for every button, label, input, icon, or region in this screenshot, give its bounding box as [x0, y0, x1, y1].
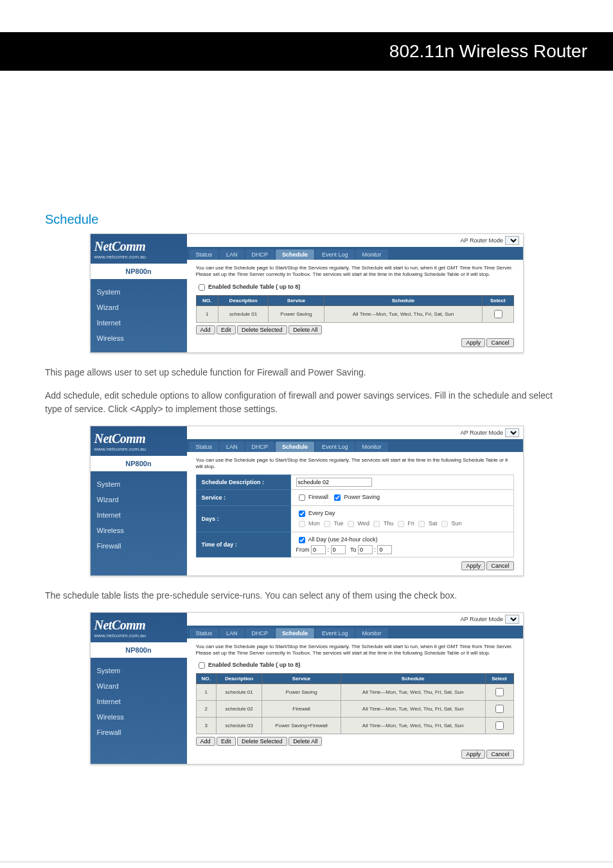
row-select-checkbox[interactable] — [494, 310, 502, 318]
form-service-label: Service : — [196, 489, 290, 505]
section-title: Schedule — [45, 212, 568, 227]
mon-checkbox[interactable] — [299, 521, 305, 527]
sidebar-item-system[interactable]: System — [91, 663, 187, 678]
wed-checkbox[interactable] — [348, 521, 354, 527]
sidebar-item-internet[interactable]: Internet — [91, 315, 187, 330]
intro-text: You can use the Schedule page to Start/S… — [196, 265, 514, 278]
router-url: www.netcomm.com.au — [94, 254, 183, 260]
power-saving-checkbox[interactable] — [334, 494, 341, 501]
add-button[interactable]: Add — [196, 325, 215, 334]
apply-button[interactable]: Apply — [461, 338, 485, 347]
tab-lan[interactable]: LAN — [220, 249, 244, 260]
edit-button[interactable]: Edit — [217, 325, 236, 334]
mode-select[interactable] — [505, 615, 519, 624]
to-hour-input[interactable] — [358, 545, 373, 554]
add-button[interactable]: Add — [196, 737, 215, 746]
table-row: 1 schedule 01 Power Saving All Time---Mo… — [196, 305, 513, 322]
thu-checkbox[interactable] — [373, 521, 380, 527]
page-footer: YML800NX www.netcomm.com.au Powern User … — [0, 862, 613, 868]
sun-checkbox[interactable] — [441, 521, 448, 527]
router-sidebar: NetComm www.netcomm.com.au NP800n System… — [91, 613, 187, 764]
cancel-button[interactable]: Cancel — [486, 338, 513, 347]
sidebar-item-wizard[interactable]: Wizard — [91, 492, 187, 507]
tab-eventlog[interactable]: Event Log — [315, 442, 355, 452]
enable-schedule-checkbox[interactable] — [199, 284, 205, 291]
sidebar-item-internet[interactable]: Internet — [91, 507, 187, 523]
sidebar-item-system[interactable]: System — [91, 284, 187, 300]
tab-eventlog[interactable]: Event Log — [315, 628, 355, 638]
apply-button[interactable]: Apply — [461, 561, 485, 570]
tab-lan[interactable]: LAN — [220, 628, 244, 638]
router-screenshot-2: NetComm www.netcomm.com.au NP800n System… — [90, 426, 524, 576]
sidebar-item-wireless[interactable]: Wireless — [91, 709, 187, 725]
mode-label: AP Router Mode — [461, 237, 503, 244]
delete-selected-button[interactable]: Delete Selected — [237, 325, 287, 334]
tab-lan[interactable]: LAN — [220, 442, 244, 452]
router-logo: NetComm — [94, 239, 183, 254]
schedule-table: NO. Description Service Schedule Select … — [196, 295, 514, 323]
row-select-checkbox[interactable] — [495, 705, 504, 713]
cancel-button[interactable]: Cancel — [486, 750, 513, 759]
to-min-input[interactable] — [377, 545, 392, 554]
sidebar-item-wizard[interactable]: Wizard — [91, 678, 187, 694]
enable-schedule-label: Enabled Schedule Table ( up to 8) — [208, 284, 300, 290]
tab-row: Status LAN DHCP Schedule Event Log Monit… — [187, 247, 523, 260]
router-sidebar: NetComm www.netcomm.com.au NP800n System… — [91, 426, 187, 575]
firewall-checkbox[interactable] — [299, 494, 305, 501]
delete-all-button[interactable]: Delete All — [289, 737, 322, 746]
document-header: 802.11n Wireless Router — [0, 32, 613, 71]
sidebar-item-system[interactable]: System — [91, 476, 187, 492]
router-url: www.netcomm.com.au — [94, 446, 183, 452]
tab-dhcp[interactable]: DHCP — [245, 442, 275, 452]
tab-status[interactable]: Status — [190, 442, 219, 452]
col-desc: Description — [218, 295, 268, 305]
col-no: NO. — [196, 295, 218, 305]
table-row: 3 schedule 03 Power Saving+Firewall All … — [196, 718, 513, 734]
sidebar-item-wizard[interactable]: Wizard — [91, 300, 187, 315]
every-day-checkbox[interactable] — [299, 511, 305, 517]
sidebar-item-firewall[interactable]: Firewall — [91, 538, 187, 554]
from-hour-input[interactable] — [311, 545, 326, 554]
delete-selected-button[interactable]: Delete Selected — [237, 737, 287, 746]
schedule-description-input[interactable] — [296, 478, 372, 487]
delete-all-button[interactable]: Delete All — [289, 325, 322, 334]
cancel-button[interactable]: Cancel — [486, 561, 513, 570]
form-desc-label: Schedule Description : — [196, 475, 290, 489]
tab-schedule[interactable]: Schedule — [276, 628, 314, 638]
table-row: 1 schedule 01 Power Saving All Time---Mo… — [196, 684, 513, 701]
tab-status[interactable]: Status — [190, 249, 219, 260]
enable-schedule-label: Enabled Schedule Table ( up to 8) — [208, 662, 300, 669]
apply-button[interactable]: Apply — [461, 750, 485, 759]
paragraph-2: Add schedule, edit schedule options to a… — [45, 389, 568, 416]
fri-checkbox[interactable] — [398, 521, 404, 527]
tab-schedule[interactable]: Schedule — [276, 442, 314, 452]
router-model: NP800n — [91, 642, 187, 658]
all-day-checkbox[interactable] — [299, 537, 305, 543]
router-model: NP800n — [91, 264, 187, 279]
tab-monitor[interactable]: Monitor — [356, 628, 388, 638]
mode-label: AP Router Mode — [461, 429, 503, 436]
row-select-checkbox[interactable] — [495, 688, 504, 696]
row-select-checkbox[interactable] — [495, 721, 504, 730]
edit-button[interactable]: Edit — [217, 737, 236, 746]
tab-status[interactable]: Status — [190, 628, 219, 638]
router-logo: NetComm — [94, 431, 183, 446]
tab-monitor[interactable]: Monitor — [356, 249, 388, 260]
sidebar-item-wireless[interactable]: Wireless — [91, 523, 187, 538]
sidebar-item-internet[interactable]: Internet — [91, 694, 187, 709]
tab-schedule[interactable]: Schedule — [276, 249, 314, 260]
sidebar-item-wireless[interactable]: Wireless — [91, 330, 187, 346]
sat-checkbox[interactable] — [418, 521, 425, 527]
tab-monitor[interactable]: Monitor — [356, 442, 388, 452]
sidebar-item-firewall[interactable]: Firewall — [91, 725, 187, 740]
tab-eventlog[interactable]: Event Log — [315, 249, 355, 260]
document-title: 802.11n Wireless Router — [389, 41, 587, 62]
mode-label: AP Router Mode — [461, 616, 503, 622]
mode-select[interactable] — [505, 236, 519, 245]
tab-dhcp[interactable]: DHCP — [245, 628, 275, 638]
enable-schedule-checkbox[interactable] — [199, 662, 205, 669]
from-min-input[interactable] — [331, 545, 346, 554]
tab-dhcp[interactable]: DHCP — [245, 249, 275, 260]
mode-select[interactable] — [505, 428, 519, 437]
tue-checkbox[interactable] — [324, 521, 330, 527]
